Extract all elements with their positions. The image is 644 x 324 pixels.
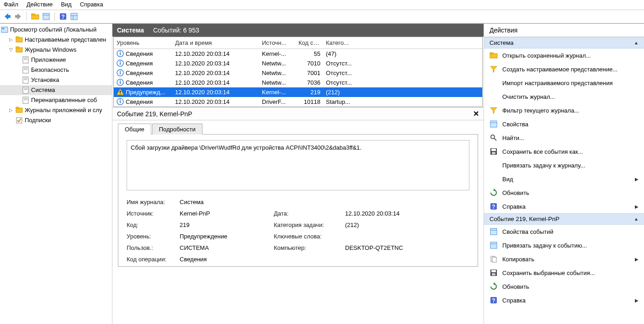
window-icon[interactable] — [69, 12, 79, 21]
action-item[interactable]: ?Справка▶ — [484, 293, 644, 307]
props-icon — [490, 227, 498, 236]
table-row[interactable]: Сведения12.10.2020 20:03:14Netwtw...7010… — [114, 59, 482, 68]
forward-icon[interactable] — [14, 12, 23, 21]
col-id[interactable]: Код со... — [296, 39, 323, 46]
tree-label: Приложение — [31, 55, 66, 65]
action-item[interactable]: Сохранить все события как... — [484, 145, 644, 158]
table-row[interactable]: Сведения12.10.2020 20:03:14Netwtw...7001… — [114, 68, 482, 78]
action-item[interactable]: Привязать задачу к журналу... — [484, 158, 644, 172]
action-item[interactable]: Найти... — [484, 131, 644, 145]
actions-group-system[interactable]: Система ▲ — [484, 37, 644, 49]
table-row[interactable]: Сведения12.10.2020 20:03:14DriverF...101… — [114, 97, 482, 107]
tree-subscriptions[interactable]: Подписки — [0, 115, 112, 125]
actions-group-label: Событие 219, Kernel-PnP — [490, 216, 559, 222]
tree-custom-views[interactable]: ▷ Настраиваемые представлен — [0, 35, 112, 45]
action-item[interactable]: Фильтр текущего журнала... — [484, 103, 644, 117]
action-item[interactable]: Вид▶ — [484, 172, 644, 186]
svg-rect-63 — [490, 242, 497, 248]
tree-root[interactable]: Просмотр событий (Локальный — [0, 25, 112, 35]
action-item[interactable]: Обновить — [484, 186, 644, 200]
action-label: Создать настраиваемое представление... — [502, 66, 617, 73]
svg-rect-44 — [120, 82, 121, 84]
svg-rect-51 — [490, 53, 493, 54]
action-item[interactable]: Свойства событий — [484, 225, 644, 238]
tree-setup[interactable]: Установка — [0, 75, 112, 85]
table-row[interactable]: Сведения12.10.2020 20:03:14Netwtw...7036… — [114, 78, 482, 87]
tab-general[interactable]: Общие — [118, 124, 151, 135]
col-level[interactable]: Уровень — [114, 39, 172, 46]
action-label: Справка — [502, 297, 526, 304]
svg-rect-21 — [23, 77, 28, 83]
action-item[interactable]: Свойства — [484, 117, 644, 131]
col-source[interactable]: Источн... — [259, 39, 296, 46]
detail-tabs: Общие Подробности — [112, 120, 484, 134]
table-row[interactable]: Предупрежд...12.10.2020 20:03:14Kernel-.… — [114, 87, 482, 97]
tree-win-logs[interactable]: ▽ Журналы Windows — [0, 45, 112, 55]
actions-group-event[interactable]: Событие 219, Kernel-PnP ▲ — [484, 213, 644, 225]
lbl-opcode: Код операции: — [127, 256, 177, 263]
menu-file[interactable]: Файл — [4, 1, 18, 8]
action-item[interactable]: Очистить журнал... — [484, 90, 644, 103]
svg-text:?: ? — [492, 204, 495, 210]
close-icon[interactable]: ✕ — [473, 109, 479, 118]
copy-icon — [490, 255, 498, 263]
help-icon[interactable]: ? — [59, 12, 68, 21]
action-item[interactable]: Создать настраиваемое представление... — [484, 62, 644, 76]
svg-rect-68 — [491, 270, 496, 272]
svg-rect-66 — [492, 257, 496, 262]
col-category[interactable]: Катего... — [323, 39, 364, 46]
center-title: Система — [117, 27, 144, 34]
col-date[interactable]: Дата и время — [172, 39, 259, 46]
none-icon — [490, 175, 498, 183]
tree-label: Установка — [31, 75, 59, 85]
action-label: Копировать — [502, 256, 534, 263]
menubar[interactable]: Файл Действие Вид Справка — [0, 0, 644, 10]
table-row[interactable]: Сведения12.10.2020 20:03:14Kernel-...55(… — [114, 49, 482, 59]
tree-app-services[interactable]: ▷ Журналы приложений и слу — [0, 105, 112, 115]
action-label: Сохранить все события как... — [502, 148, 583, 155]
svg-rect-18 — [23, 67, 28, 73]
svg-rect-14 — [16, 47, 19, 48]
action-item[interactable]: Копировать▶ — [484, 252, 644, 266]
tree-system[interactable]: Система — [0, 85, 112, 95]
svg-point-34 — [120, 51, 121, 52]
val-user: СИСТЕМА — [180, 244, 271, 251]
funnel-icon — [490, 106, 498, 114]
action-item[interactable]: Привязать задачу к событию... — [484, 238, 644, 252]
svg-text:?: ? — [492, 297, 495, 304]
menu-action[interactable]: Действие — [27, 1, 53, 8]
props-icon[interactable] — [42, 12, 51, 21]
action-item[interactable]: Открыть сохраненный журнал... — [484, 49, 644, 62]
action-label: Привязать задачу к событию... — [502, 242, 587, 249]
tree-application[interactable]: Приложение — [0, 55, 112, 65]
props-icon — [490, 120, 498, 128]
find-icon — [490, 134, 498, 142]
tree-security[interactable]: Безопасность — [0, 65, 112, 75]
table-header[interactable]: Уровень Дата и время Источн... Код со...… — [114, 37, 482, 49]
center-panel: Система Событий: 6 953 Уровень Дата и вр… — [112, 24, 484, 324]
menu-help[interactable]: Справка — [80, 1, 103, 8]
save-icon — [490, 269, 498, 277]
svg-rect-35 — [120, 53, 121, 55]
help-icon: ? — [490, 296, 498, 304]
svg-rect-10 — [2, 28, 4, 29]
tab-details[interactable]: Подробности — [152, 124, 202, 135]
svg-text:?: ? — [61, 14, 64, 20]
action-item[interactable]: Сохранить выбранные события... — [484, 266, 644, 280]
action-item[interactable]: Импорт настраиваемого представления — [484, 76, 644, 90]
action-item[interactable]: Обновить — [484, 280, 644, 293]
lbl-source: Источник: — [127, 210, 177, 217]
back-icon[interactable] — [3, 12, 12, 21]
open-icon[interactable] — [31, 12, 40, 21]
svg-rect-24 — [23, 87, 28, 93]
svg-rect-31 — [16, 107, 19, 108]
tree-forwarded[interactable]: Перенаправленные соб — [0, 95, 112, 105]
action-label: Обновить — [502, 283, 529, 290]
event-count: Событий: 6 953 — [153, 27, 199, 34]
action-item[interactable]: ?Справка▶ — [484, 200, 644, 213]
detail-title: Событие 219, Kernel-PnP — [117, 110, 192, 118]
svg-rect-46 — [120, 93, 121, 94]
menu-view[interactable]: Вид — [61, 1, 72, 8]
lbl-log-name: Имя журнала: — [127, 199, 177, 205]
funnel-icon — [490, 65, 498, 73]
